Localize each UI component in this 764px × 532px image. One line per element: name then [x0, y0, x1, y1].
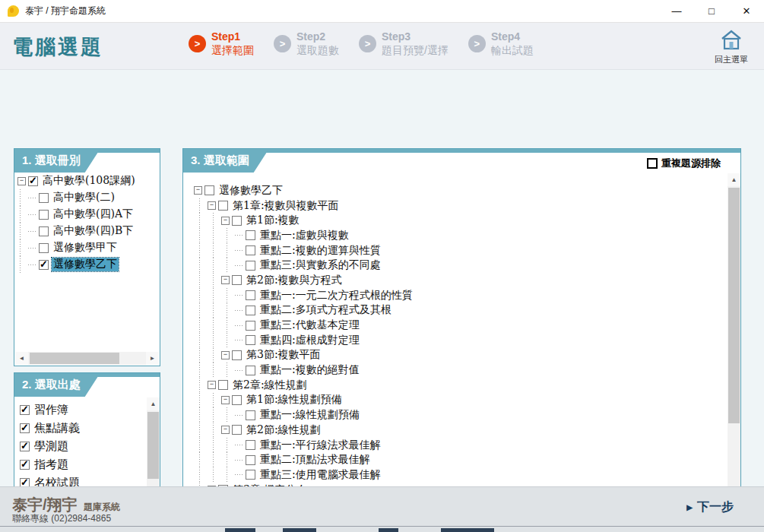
scope-checkbox[interactable]: [232, 350, 242, 360]
scope-checkbox[interactable]: [246, 455, 255, 465]
collapse-icon[interactable]: −: [221, 276, 230, 284]
page-header: 電腦選題 > Step1 選擇範圍 > Step2 選取題數 > Step3: [0, 23, 764, 70]
step-1-chevron-icon: >: [189, 35, 206, 52]
scope-label[interactable]: 第2節:複數與方程式: [245, 274, 344, 287]
book-checkbox[interactable]: [28, 176, 38, 186]
maximize-button[interactable]: □: [694, 0, 729, 22]
dedupe-checkbox[interactable]: [647, 158, 658, 169]
scope-label[interactable]: 第2節:線性規劃: [245, 423, 322, 437]
next-step-button[interactable]: ▶ 下一步: [686, 499, 734, 515]
scope-label[interactable]: 選修數學乙下: [217, 184, 284, 198]
scope-label[interactable]: 第1節:線性規劃預備: [245, 393, 344, 407]
scope-checkbox[interactable]: [246, 261, 255, 271]
scope-checkbox[interactable]: [246, 335, 255, 345]
scope-label[interactable]: 第1章:複數與複數平面: [231, 199, 341, 213]
scope-label[interactable]: 重點一:虛數與複數: [258, 229, 350, 242]
scope-checkbox[interactable]: [232, 425, 242, 435]
tree-row: −第2節:複數與方程式: [194, 273, 740, 288]
scope-label[interactable]: 重點三:代數基本定理: [258, 318, 361, 332]
book-checkbox[interactable]: [39, 210, 49, 220]
scrollbar-thumb[interactable]: [30, 353, 119, 364]
step-2-label: 選取題數: [296, 44, 339, 58]
home-button[interactable]: 回主選單: [709, 29, 753, 65]
book-checkbox[interactable]: [39, 226, 49, 236]
collapse-icon[interactable]: −: [208, 381, 216, 389]
collapse-icon[interactable]: −: [208, 201, 216, 210]
scope-label[interactable]: 重點四:虛根成對定理: [258, 334, 361, 347]
scope-checkbox[interactable]: [246, 245, 255, 255]
collapse-icon[interactable]: −: [221, 217, 230, 225]
horizontal-scrollbar[interactable]: ◄ ►: [15, 352, 159, 365]
scope-checkbox[interactable]: [246, 470, 255, 480]
home-icon: [720, 29, 743, 50]
scope-label[interactable]: 重點二:頂點法求最佳解: [258, 453, 372, 467]
scope-checkbox[interactable]: [246, 366, 255, 375]
scope-label[interactable]: 重點一:線性規劃預備: [258, 408, 361, 422]
vertical-scrollbar[interactable]: ▲ ▼: [728, 173, 740, 517]
scroll-up-icon[interactable]: ▲: [147, 397, 160, 410]
source-label[interactable]: 焦點講義: [34, 421, 80, 435]
scope-checkbox[interactable]: [246, 230, 255, 240]
book-checkbox[interactable]: [39, 260, 49, 270]
source-label[interactable]: 指考題: [34, 458, 68, 472]
source-checkbox[interactable]: [20, 423, 30, 433]
scope-checkbox[interactable]: [246, 290, 255, 300]
tree-row: 重點一:虛數與複數: [194, 228, 740, 243]
scope-checkbox[interactable]: [232, 275, 242, 285]
scope-checkbox[interactable]: [204, 185, 214, 195]
scrollbar-thumb[interactable]: [147, 412, 159, 479]
book-checkbox[interactable]: [39, 193, 49, 203]
scope-checkbox[interactable]: [246, 410, 255, 420]
scope-label[interactable]: 第1節:複數: [245, 214, 301, 227]
book-label[interactable]: 高中數學(二): [52, 191, 116, 204]
scroll-right-icon[interactable]: ►: [146, 352, 159, 365]
scope-label[interactable]: 重點三:使用電腦求最佳解: [258, 468, 382, 482]
scope-checkbox[interactable]: [232, 395, 242, 405]
scope-checkbox[interactable]: [232, 216, 242, 226]
book-label[interactable]: 高中數學(四)B下: [52, 224, 135, 238]
scroll-up-icon[interactable]: ▲: [728, 173, 740, 186]
tree-row: 重點二:複數的運算與性質: [194, 243, 740, 258]
book-label[interactable]: 高中數學(四)A下: [52, 207, 135, 221]
book-label[interactable]: 高中數學(108課綱): [41, 174, 137, 188]
tree-row: 選修數學乙下: [14, 256, 160, 273]
tree-row: 重點三:與實數系的不同處: [194, 258, 740, 273]
panel-scope-select: 3. 選取範圍 重複題源排除 −選修數學乙下−第1章:複數與複數平面−第1節:複…: [182, 148, 741, 518]
book-label[interactable]: 選修數學甲下: [52, 241, 119, 255]
collapse-icon[interactable]: −: [221, 351, 230, 359]
scope-checkbox[interactable]: [246, 306, 255, 315]
source-checkbox[interactable]: [20, 460, 30, 470]
scrollbar-thumb[interactable]: [728, 188, 740, 423]
scope-label[interactable]: 重點一:複數的絕對值: [258, 363, 361, 377]
scope-label[interactable]: 重點一:一元二次方程式根的性質: [258, 289, 414, 302]
step-4-label: 輸出試題: [491, 44, 534, 58]
scope-checkbox[interactable]: [246, 321, 255, 331]
dedupe-option[interactable]: 重複題源排除: [647, 157, 721, 170]
tree-row: 高中數學(四)A下: [14, 206, 160, 223]
book-checkbox[interactable]: [39, 243, 49, 253]
collapse-icon[interactable]: −: [194, 186, 202, 195]
scope-label[interactable]: 第2章:線性規劃: [231, 378, 309, 392]
scope-checkbox[interactable]: [218, 380, 228, 390]
scope-label[interactable]: 重點二:多項式方程式及其根: [258, 303, 393, 317]
scope-label[interactable]: 第3節:複數平面: [245, 348, 322, 362]
collapse-icon[interactable]: −: [17, 177, 26, 185]
scope-label[interactable]: 重點三:與實數系的不同處: [258, 258, 382, 272]
minimize-button[interactable]: —: [659, 0, 694, 22]
source-label[interactable]: 習作簿: [34, 403, 68, 417]
source-checkbox[interactable]: [20, 405, 30, 415]
scope-checkbox[interactable]: [218, 201, 228, 211]
window-title: 泰宇 / 翔宇命題系統: [25, 5, 106, 17]
scope-label[interactable]: 重點一:平行線法求最佳解: [258, 439, 382, 452]
source-label[interactable]: 學測題: [34, 439, 68, 454]
collapse-icon[interactable]: −: [221, 396, 230, 404]
source-checkbox[interactable]: [20, 442, 30, 451]
book-label-selected[interactable]: 選修數學乙下: [52, 258, 119, 271]
close-button[interactable]: ✕: [729, 0, 764, 22]
panel2-header: 2. 選取出處: [14, 373, 160, 397]
scope-label[interactable]: 重點二:複數的運算與性質: [258, 244, 382, 258]
scroll-left-icon[interactable]: ◄: [15, 352, 28, 365]
step-1-label: 選擇範圍: [211, 44, 254, 58]
scope-checkbox[interactable]: [246, 440, 255, 450]
collapse-icon[interactable]: −: [221, 426, 230, 434]
